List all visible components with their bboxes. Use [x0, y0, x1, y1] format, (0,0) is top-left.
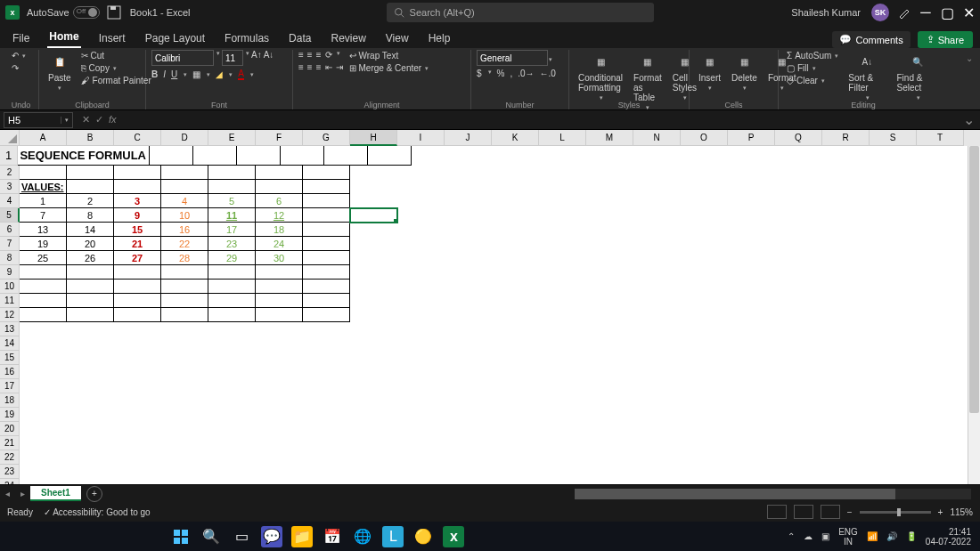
cell[interactable]	[633, 208, 681, 223]
cell[interactable]	[397, 208, 445, 223]
cell[interactable]	[67, 322, 114, 336]
cell[interactable]	[681, 408, 728, 422]
column-header[interactable]: C	[114, 130, 161, 146]
cell[interactable]	[303, 365, 350, 379]
cell[interactable]	[445, 180, 492, 194]
cell[interactable]	[681, 280, 728, 294]
cell[interactable]: 28	[161, 251, 208, 265]
cell[interactable]	[256, 422, 303, 436]
column-header[interactable]: H	[350, 130, 397, 146]
teams-icon[interactable]: 💬	[261, 526, 282, 547]
cell[interactable]	[681, 465, 728, 479]
cell[interactable]	[822, 479, 870, 484]
cell[interactable]	[849, 146, 893, 166]
cell[interactable]	[586, 180, 633, 194]
cell[interactable]	[870, 294, 917, 308]
zoom-level[interactable]: 115%	[950, 507, 973, 517]
cell[interactable]	[633, 465, 681, 479]
cell[interactable]	[681, 351, 728, 365]
cell[interactable]	[822, 436, 870, 450]
cell[interactable]	[633, 351, 681, 365]
cell[interactable]	[586, 408, 633, 422]
cell[interactable]	[633, 251, 681, 265]
cell[interactable]	[256, 336, 303, 351]
column-header[interactable]: D	[161, 130, 208, 146]
row-header[interactable]: 16	[0, 365, 20, 379]
cell[interactable]	[20, 280, 67, 294]
cell[interactable]	[208, 450, 256, 465]
cell[interactable]	[114, 450, 161, 465]
cell[interactable]	[492, 294, 539, 308]
cell[interactable]	[303, 322, 350, 336]
cell[interactable]	[445, 280, 492, 294]
cell[interactable]: 3	[114, 194, 161, 208]
cell[interactable]	[917, 265, 964, 280]
cell[interactable]	[539, 465, 586, 479]
clock[interactable]: 21:4104-07-2022	[926, 527, 971, 547]
cell[interactable]	[20, 351, 67, 365]
cell[interactable]	[539, 351, 586, 365]
cell[interactable]	[161, 436, 208, 450]
cell[interactable]	[303, 280, 350, 294]
cell[interactable]	[256, 408, 303, 422]
cell[interactable]	[917, 351, 964, 365]
cell[interactable]	[775, 322, 822, 336]
cell[interactable]	[870, 208, 917, 223]
cell[interactable]	[303, 166, 350, 180]
cell[interactable]	[822, 265, 870, 280]
cell[interactable]	[681, 436, 728, 450]
insert-cells-button[interactable]: ▦Insert▾	[695, 50, 724, 93]
cell[interactable]	[350, 436, 397, 450]
cell[interactable]	[114, 166, 161, 180]
cell[interactable]	[397, 180, 445, 194]
cell[interactable]	[303, 194, 350, 208]
cell[interactable]	[67, 465, 114, 479]
cell[interactable]	[208, 436, 256, 450]
cell[interactable]	[917, 436, 964, 450]
cell[interactable]	[256, 465, 303, 479]
cell[interactable]	[161, 265, 208, 280]
cell[interactable]	[917, 479, 964, 484]
cell[interactable]	[633, 194, 681, 208]
cell[interactable]	[208, 408, 256, 422]
cell[interactable]	[114, 479, 161, 484]
cell[interactable]	[893, 146, 936, 166]
cell[interactable]: 13	[20, 223, 67, 237]
cell[interactable]	[492, 208, 539, 223]
clear-button[interactable]: ◇ Clear▾	[784, 75, 841, 86]
cell[interactable]	[114, 465, 161, 479]
cell[interactable]	[775, 180, 822, 194]
cell[interactable]: 30	[256, 251, 303, 265]
cell[interactable]	[822, 251, 870, 265]
autosave-toggle[interactable]: Off	[73, 6, 100, 19]
align-top-button[interactable]: ≡	[298, 50, 304, 60]
cell[interactable]	[681, 308, 728, 322]
align-center-button[interactable]: ≡	[307, 62, 313, 72]
cell[interactable]	[350, 422, 397, 436]
cell[interactable]	[67, 336, 114, 351]
cell[interactable]	[728, 280, 775, 294]
cell[interactable]	[445, 194, 492, 208]
cell[interactable]	[208, 336, 256, 351]
cell[interactable]	[633, 280, 681, 294]
zoom-out-button[interactable]: −	[847, 507, 853, 517]
cell[interactable]	[445, 436, 492, 450]
cell[interactable]	[397, 365, 445, 379]
cell[interactable]	[492, 322, 539, 336]
cell[interactable]	[150, 146, 193, 166]
cell[interactable]: VALUES:	[20, 180, 67, 194]
cell[interactable]	[445, 465, 492, 479]
cell[interactable]	[397, 322, 445, 336]
cell[interactable]	[917, 294, 964, 308]
cell[interactable]: 25	[20, 251, 67, 265]
language-indicator[interactable]: ENGIN	[838, 527, 858, 547]
cell[interactable]	[775, 294, 822, 308]
cell[interactable]: SEQUENCE FORMULA :	[18, 146, 149, 166]
cell[interactable]	[20, 408, 67, 422]
select-all-button[interactable]	[0, 130, 20, 146]
cell[interactable]	[586, 223, 633, 237]
cell[interactable]	[539, 379, 586, 393]
cell[interactable]	[870, 365, 917, 379]
cell[interactable]	[586, 208, 633, 223]
cell[interactable]	[256, 351, 303, 365]
